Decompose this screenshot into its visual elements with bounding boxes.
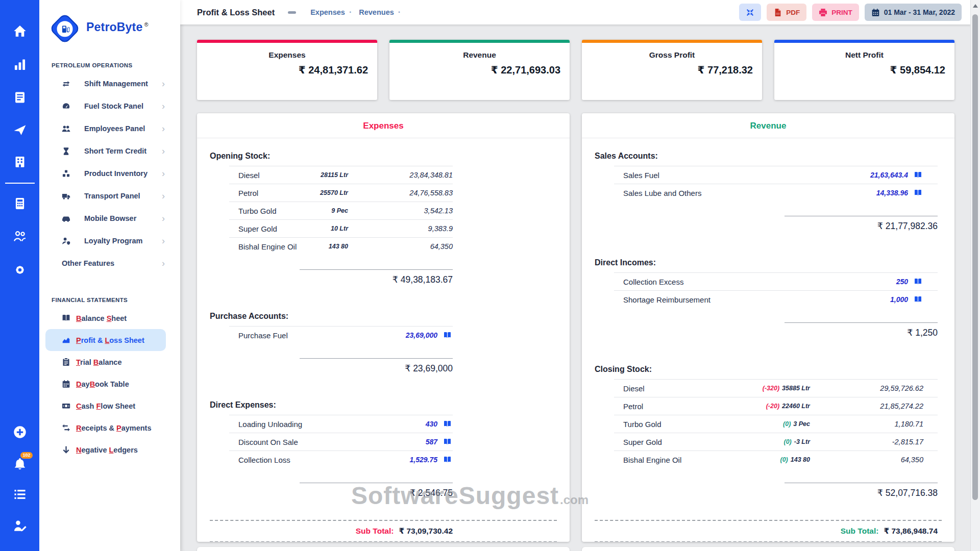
card-value: ₹ 59,854.12 [774,64,954,76]
car-icon [62,214,72,222]
sidebar-section-title: PETROLEUM OPERATIONS [52,62,180,68]
top-bar: Profit & Loss Sheet Expenses·Revenues· P… [180,0,971,24]
ledger-row: Diesel (-320) 35885 Ltr 29,59,726.62 [614,379,938,397]
scrollbar-thumb[interactable] [972,14,978,500]
data-entry-icon[interactable] [12,518,28,534]
stock-delta: (0) [783,420,791,428]
open-book-icon[interactable] [913,171,923,179]
ledger-name: Sales Lube and Others [614,189,701,197]
ledger-amount[interactable]: 250 [896,278,908,286]
sidebar-item[interactable]: Other Features › [39,252,180,274]
ledger-name: Discount On Sale [229,438,298,446]
date-range-button[interactable]: 01 Mar - 31 Mar, 2022 [865,4,962,21]
group-heading: Direct Expenses: [210,400,557,410]
ledger-amount[interactable]: 587 [426,438,437,446]
sidebar-item[interactable]: Short Term Credit › [39,140,180,162]
sidebar-item-label: Mobile Bowser [84,214,136,222]
sidebar-item[interactable]: Negative Ledgers › [39,439,180,461]
sidebar-item[interactable]: Cash Flow Sheet › [39,395,180,417]
settings-gear-icon[interactable] [12,262,28,278]
ledger-amount: 1,180.71 [895,420,923,428]
sidebar-item-label: Loyalty Program [84,237,142,245]
analytics-bars-icon[interactable] [12,57,28,72]
breadcrumb-link[interactable]: Revenues [359,8,394,16]
card-label: Gross Profit [582,51,762,60]
ledger-name: Petrol [614,402,643,411]
collapse-dash-icon [288,11,296,14]
ledger-amount[interactable]: 21,63,643.4 [870,171,908,179]
app-window: 102 PetroByte® PETROLEUM OPERATIONS Shif… [0,0,980,551]
scroll-up-arrow-icon[interactable] [973,4,978,8]
open-book-icon[interactable] [442,438,453,446]
sidebar-item-label: Shift Management [84,80,148,88]
vertical-scrollbar[interactable] [970,0,980,551]
ledger-group: Direct Incomes: Collection Excess 250 Sh… [595,258,942,338]
sidebar-item[interactable]: Employees Panel › [39,117,180,140]
sidebar-item[interactable]: Trial Balance › [39,351,180,373]
sub-total-label: Sub Total: [841,527,879,536]
ledger-amount[interactable]: 23,69,000 [406,331,437,339]
link-separator-dot: · [349,8,352,17]
usershield-icon [62,237,72,245]
sidebar-item[interactable]: Transport Panel › [39,185,180,207]
sidebar-item[interactable]: Shift Management › [39,72,180,95]
sidebar-item[interactable]: Profit & Loss Sheet › [45,329,166,351]
group-heading: Purchase Accounts: [210,312,557,321]
ledger-amount[interactable]: 1,529.75 [410,456,438,464]
open-book-icon[interactable] [913,278,923,286]
compress-button[interactable] [739,4,761,21]
open-book-icon[interactable] [442,456,453,464]
sidebar-item[interactable]: Loyalty Program › [39,230,180,252]
sidebar: PetroByte® PETROLEUM OPERATIONS Shift Ma… [39,0,180,551]
card-accent-bar [774,40,954,43]
jet-icon[interactable] [12,122,28,137]
sidebar-item[interactable]: Receipts & Payments › [39,417,180,439]
link-separator-dot: · [398,8,401,17]
ledger-row: Collection Loss 1,529.75 [229,450,453,468]
print-button[interactable]: PRINT [812,4,859,21]
add-circle-icon[interactable] [12,424,28,440]
sidebar-item-label: Transport Panel [84,192,140,200]
sidebar-item[interactable]: Product Inventory › [39,162,180,185]
sidebar-item[interactable]: Balance Sheet › [39,307,180,329]
open-book-icon[interactable] [913,295,923,304]
ledger-amount[interactable]: 1,000 [890,295,908,304]
ledger-name: Turbo Gold [229,207,276,215]
summary-card: Nett Profit ₹ 59,854.12 [774,40,954,100]
ledger-amount[interactable]: 14,338.96 [876,189,908,197]
ledger-amount: 9,383.9 [428,224,453,233]
chevron-right-icon: › [162,101,165,112]
group-total: ₹ 52,07,716.38 [785,483,938,498]
sidebar-item[interactable]: Mobile Bowser › [39,207,180,230]
ledger-name: Super Gold [229,224,277,233]
menu-list-icon[interactable] [12,487,28,502]
home-icon[interactable] [12,23,28,39]
ledger-row: Super Gold 10 Ltr 9,383.9 [229,219,453,237]
sidebar-item[interactable]: Fuel Stock Panel › [39,95,180,117]
sidebar-item-label: Product Inventory [84,169,148,178]
breadcrumb-link[interactable]: Expenses [310,8,345,16]
open-book-icon[interactable] [913,189,923,197]
open-book-icon[interactable] [442,420,453,428]
ledger-name: Purchase Fuel [229,331,288,340]
chevron-right-icon: › [162,236,165,246]
employees-icon[interactable] [12,229,28,244]
sub-total-value: ₹ 73,09,730.42 [399,527,453,536]
pdf-button[interactable]: PDF [767,4,806,21]
building-icon[interactable] [12,154,28,169]
sidebar-item[interactable]: DayBook Table › [39,373,180,395]
report-book-icon[interactable] [12,90,28,105]
ledger-panel: Revenue Sales Accounts: Sales Fuel 21,63… [582,113,954,542]
ledger-name: Diesel [229,171,260,180]
calculator-icon[interactable] [12,196,28,211]
notifications-bell-icon[interactable]: 102 [12,456,28,471]
ledger-qty: 28115 Ltr [321,171,348,179]
ledger-name: Loading Unloading [229,420,302,429]
ledger-row: Turbo Gold 9 Pec 3,542.13 [229,202,453,219]
ledger-amount[interactable]: 430 [426,420,437,428]
registered-mark: ® [144,21,148,28]
pdf-file-icon [773,8,782,17]
stock-delta: (0) [780,456,788,463]
open-book-icon[interactable] [442,331,453,339]
calendar-icon [62,380,72,388]
